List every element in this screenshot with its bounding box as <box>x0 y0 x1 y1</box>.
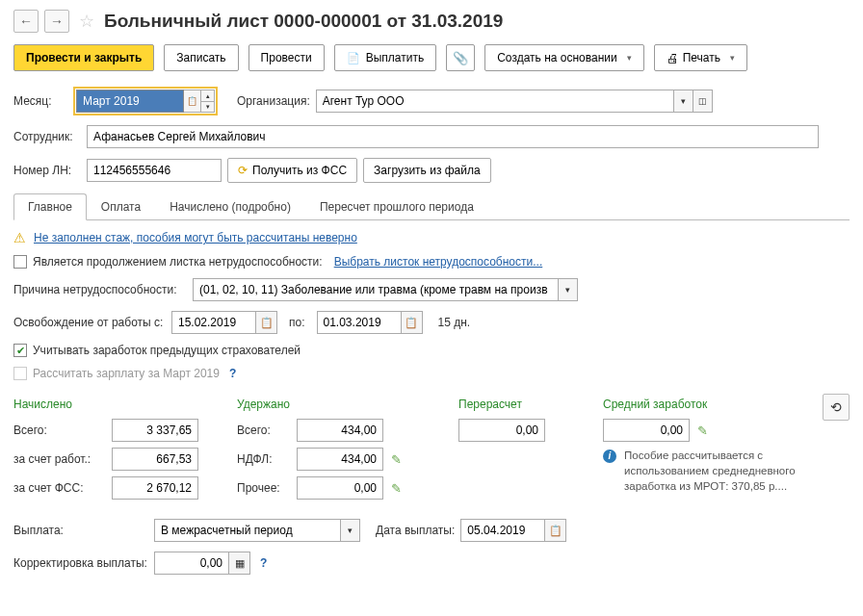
org-open-button[interactable]: ◫ <box>693 90 713 113</box>
attachment-button[interactable] <box>446 44 475 71</box>
org-dropdown-button[interactable]: ▾ <box>674 90 693 113</box>
month-up-button[interactable]: ▴ <box>201 90 215 101</box>
tab-payment[interactable]: Оплата <box>87 193 155 220</box>
tab-accrued[interactable]: Начислено (подробно) <box>155 193 305 220</box>
total-deducted-label: Всего: <box>237 424 291 437</box>
payout-date-calendar-button[interactable]: 📋 <box>545 519 566 542</box>
total-accrued-input[interactable] <box>112 419 198 442</box>
pay-icon <box>347 51 362 64</box>
warning-icon: ⚠ <box>13 230 26 245</box>
warning-link[interactable]: Не заполнен стаж, пособия могут быть рас… <box>34 231 357 244</box>
deducted-header: Удержано <box>237 398 420 411</box>
correction-help-icon[interactable]: ? <box>260 556 267 570</box>
other-edit-icon[interactable]: ✎ <box>391 481 402 496</box>
fss-label: за счет ФСС: <box>13 481 106 495</box>
reason-dropdown-button[interactable]: ▾ <box>559 278 578 301</box>
total-label: Всего: <box>13 424 106 437</box>
pay-button[interactable]: Выплатить <box>334 44 437 71</box>
payout-date-label: Дата выплаты: <box>376 524 455 537</box>
get-fss-button[interactable]: ⟳Получить из ФСС <box>227 158 357 183</box>
consider-prev-checkbox[interactable] <box>13 344 27 357</box>
page-title: Больничный лист 0000-000001 от 31.03.201… <box>104 11 503 32</box>
continuation-checkbox[interactable] <box>13 255 27 269</box>
nav-forward-button[interactable]: → <box>44 10 69 33</box>
save-button[interactable]: Записать <box>164 44 238 71</box>
recalc-input[interactable] <box>458 419 545 442</box>
info-text: Пособие рассчитывается с использованием … <box>624 448 815 494</box>
calc-salary-checkbox <box>13 367 27 380</box>
reason-label: Причина нетрудоспособности: <box>13 283 187 296</box>
print-button[interactable]: Печать <box>654 44 747 71</box>
tab-recalc[interactable]: Пересчет прошлого периода <box>305 193 488 220</box>
other-input[interactable] <box>297 476 383 500</box>
ndfl-edit-icon[interactable]: ✎ <box>391 452 402 467</box>
employer-input[interactable] <box>112 448 198 471</box>
correction-calc-button[interactable]: ▦ <box>229 552 250 575</box>
month-calendar-button[interactable]: 📋 <box>184 90 201 113</box>
month-label: Месяц: <box>13 94 67 108</box>
avg-input[interactable] <box>603 419 690 442</box>
org-input[interactable] <box>316 90 674 113</box>
ln-label: Номер ЛН: <box>13 164 81 177</box>
org-label: Организация: <box>237 94 310 108</box>
clip-icon <box>453 51 468 65</box>
calc-salary-help-icon[interactable]: ? <box>229 367 236 380</box>
date-from-input[interactable] <box>171 311 256 334</box>
payout-dropdown-button[interactable]: ▾ <box>341 519 360 542</box>
days-label: 15 дн. <box>438 316 471 329</box>
load-file-button[interactable]: Загрузить из файла <box>363 158 491 183</box>
date-from-calendar-button[interactable]: 📋 <box>256 311 277 334</box>
absence-label: Освобождение от работы с: <box>13 316 166 329</box>
reason-input[interactable] <box>193 278 559 301</box>
info-icon: i <box>603 449 616 463</box>
submit-button[interactable]: Провести <box>248 44 325 71</box>
accrued-header: Начислено <box>13 398 198 411</box>
avg-edit-icon[interactable]: ✎ <box>697 424 708 438</box>
date-to-label: по: <box>289 316 305 329</box>
fss-input[interactable] <box>112 476 198 500</box>
employee-label: Сотрудник: <box>13 130 81 143</box>
month-input[interactable] <box>76 90 184 113</box>
ndfl-input[interactable] <box>297 448 383 471</box>
avg-header: Средний заработок <box>603 398 824 411</box>
ln-input[interactable] <box>87 159 222 182</box>
select-sheet-link[interactable]: Выбрать листок нетрудоспособности... <box>334 255 543 269</box>
submit-close-button[interactable]: Провести и закрыть <box>13 44 154 71</box>
month-down-button[interactable]: ▾ <box>201 101 215 113</box>
payout-select[interactable] <box>154 519 341 542</box>
tab-main[interactable]: Главное <box>13 193 87 220</box>
recalc-header: Перерасчет <box>458 398 564 411</box>
ndfl-label: НДФЛ: <box>237 452 291 466</box>
fss-download-icon: ⟳ <box>238 164 248 177</box>
print-icon <box>667 51 679 65</box>
other-label: Прочее: <box>237 481 291 495</box>
payout-label: Выплата: <box>13 524 148 537</box>
create-based-button[interactable]: Создать на основании <box>484 44 644 71</box>
refresh-button[interactable]: ⟲ <box>823 394 850 421</box>
calc-salary-label: Рассчитать зарплату за Март 2019 <box>33 367 220 380</box>
continuation-label: Является продолжением листка нетрудоспос… <box>33 255 323 269</box>
consider-prev-label: Учитывать заработок предыдущих страховат… <box>33 344 301 357</box>
employee-input[interactable] <box>87 125 819 148</box>
correction-input[interactable] <box>154 552 229 575</box>
favorite-star-icon[interactable]: ☆ <box>79 11 94 32</box>
date-to-input[interactable] <box>317 311 402 334</box>
nav-back-button[interactable]: ← <box>13 10 39 33</box>
correction-label: Корректировка выплаты: <box>13 556 148 570</box>
employer-label: за счет работ.: <box>13 452 106 466</box>
total-deducted-input[interactable] <box>297 419 383 442</box>
date-to-calendar-button[interactable]: 📋 <box>402 311 423 334</box>
payout-date-input[interactable] <box>460 519 545 542</box>
